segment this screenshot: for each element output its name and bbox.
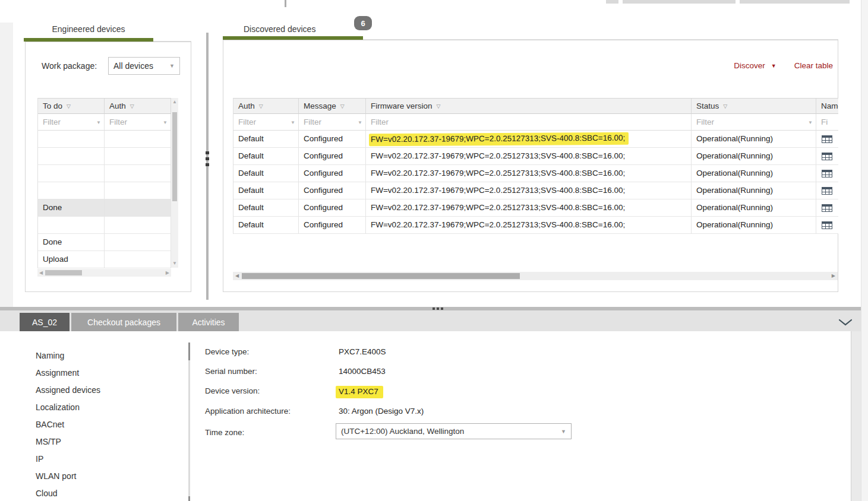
table-row[interactable]: Default Configured FW=v02.20.172.37-1967… xyxy=(233,148,838,165)
scroll-left-icon[interactable]: ◀ xyxy=(39,271,43,275)
column-header-message[interactable]: Message ▽ xyxy=(299,99,366,114)
filter-dropdown-icon[interactable]: ▼ xyxy=(96,120,101,125)
column-label: Status xyxy=(696,102,719,110)
tab-engineered-devices[interactable]: Engineered devices xyxy=(24,24,153,34)
filter-cell-message: ▼ xyxy=(299,114,366,131)
cell-auth xyxy=(105,217,171,234)
table-row[interactable]: Done xyxy=(38,234,171,251)
application-architecture-label: Application architecture: xyxy=(205,407,291,416)
table-row[interactable] xyxy=(38,217,171,234)
filter-input-auth[interactable] xyxy=(233,114,298,130)
table-row[interactable]: Default Configured FW=v02.20.172.37-1967… xyxy=(233,131,838,148)
nav-item-assigned-devices[interactable]: Assigned devices xyxy=(36,381,154,398)
cell-message: Configured xyxy=(299,182,366,199)
work-package-select[interactable]: All devices ▼ xyxy=(108,57,180,75)
column-header-firmware[interactable]: Firmware version ▽ xyxy=(366,99,692,114)
table-row-selected[interactable]: Done xyxy=(38,199,171,217)
sort-icon: ▽ xyxy=(723,103,727,109)
scrollbar-thumb[interactable] xyxy=(242,273,520,279)
app-window: Engineered devices Work package: All dev… xyxy=(0,0,868,501)
device-grid-icon[interactable] xyxy=(822,221,832,229)
scroll-down-icon[interactable]: ▼ xyxy=(172,261,177,266)
scrollbar-thumb[interactable] xyxy=(188,343,190,360)
table-row[interactable] xyxy=(38,165,171,182)
cell-firmware: FW=v02.20.172.37-19679;WPC=2.0.25127313;… xyxy=(366,217,692,234)
scrollbar-end xyxy=(188,496,190,501)
nav-item-ip[interactable]: IP xyxy=(36,450,154,467)
filter-input-auth[interactable] xyxy=(105,114,171,130)
cell-auth xyxy=(105,131,171,148)
scroll-right-icon[interactable]: ▶ xyxy=(166,271,169,275)
scroll-up-icon[interactable]: ▲ xyxy=(172,100,177,104)
device-grid-icon[interactable] xyxy=(822,153,832,160)
bottom-tab-bar: AS_02 Checkout packages Activities xyxy=(0,310,861,331)
column-header-auth[interactable]: Auth ▽ xyxy=(105,99,171,114)
table-row[interactable] xyxy=(38,148,171,165)
nav-item-mstp[interactable]: MS/TP xyxy=(36,433,154,450)
filter-dropdown-icon[interactable]: ▼ xyxy=(358,120,362,125)
vertical-scrollbar[interactable]: ▲ ▼ xyxy=(171,98,178,268)
horizontal-scrollbar[interactable]: ◀ ▶ xyxy=(37,269,171,277)
collapse-chevron-down-icon[interactable] xyxy=(838,318,853,326)
tab-activities[interactable]: Activities xyxy=(178,313,239,331)
column-header-auth[interactable]: Auth ▽ xyxy=(233,99,299,114)
discover-button[interactable]: Discover xyxy=(734,61,765,70)
filter-cell-auth: ▼ xyxy=(105,114,171,131)
clear-table-button[interactable]: Clear table xyxy=(794,61,833,70)
horizontal-scrollbar[interactable]: ◀ ▶ xyxy=(233,272,838,280)
nav-item-cloud[interactable]: Cloud xyxy=(36,484,154,501)
filter-input-status[interactable] xyxy=(692,114,816,130)
cell-auth: Default xyxy=(233,217,299,234)
device-grid-icon[interactable] xyxy=(822,170,832,177)
table-row[interactable]: Default Configured FW=v02.20.172.37-1967… xyxy=(233,182,838,199)
splitter-grip-dot xyxy=(206,163,209,166)
cell-message: Configured xyxy=(299,199,366,217)
table-row[interactable]: Default Configured FW=v02.20.172.37-1967… xyxy=(233,165,838,182)
tab-discovered-devices[interactable]: Discovered devices xyxy=(244,24,315,34)
filter-dropdown-icon[interactable]: ▼ xyxy=(808,120,813,125)
window-scrollbar[interactable] xyxy=(861,0,868,501)
table-row[interactable] xyxy=(38,131,171,148)
cell-message: Configured xyxy=(299,131,366,148)
scrollbar-thumb[interactable] xyxy=(172,112,177,201)
filter-cell-status: ▼ xyxy=(692,114,816,131)
nav-item-assignment[interactable]: Assignment xyxy=(36,364,154,381)
table-row[interactable]: Default Configured FW=v02.20.172.37-1967… xyxy=(233,199,838,217)
cell-todo xyxy=(38,148,105,165)
device-grid-icon[interactable] xyxy=(822,187,832,195)
scrollbar-thumb[interactable] xyxy=(45,270,82,275)
discover-dropdown-icon[interactable]: ▼ xyxy=(771,63,777,69)
filter-input-todo[interactable] xyxy=(38,114,104,130)
filter-dropdown-icon[interactable]: ▼ xyxy=(163,120,168,125)
nav-scrollbar[interactable] xyxy=(188,343,190,501)
table-row[interactable]: Upload xyxy=(38,251,171,268)
cell-auth xyxy=(105,234,171,251)
device-grid-icon[interactable] xyxy=(822,135,832,143)
scroll-right-icon[interactable]: ▶ xyxy=(832,274,835,278)
cell-todo xyxy=(38,165,105,182)
device-grid-icon[interactable] xyxy=(822,204,832,212)
filter-input-name[interactable] xyxy=(816,114,838,130)
column-header-todo[interactable]: To do ▽ xyxy=(38,99,105,114)
filter-dropdown-icon[interactable]: ▼ xyxy=(291,120,295,125)
panel-splitter-vertical[interactable] xyxy=(206,33,209,300)
filter-input-firmware[interactable] xyxy=(366,114,691,130)
tab-as-02[interactable]: AS_02 xyxy=(20,313,70,331)
column-label: Firmware version xyxy=(371,102,433,110)
tab-checkout-packages[interactable]: Checkout packages xyxy=(71,313,176,331)
table-row[interactable] xyxy=(38,182,171,199)
scroll-left-icon[interactable]: ◀ xyxy=(235,274,239,278)
nav-item-localization[interactable]: Localization xyxy=(36,398,154,416)
nav-item-wlan-port[interactable]: WLAN port xyxy=(36,467,154,484)
application-architecture-value: 30: Argon (Desigo V7.x) xyxy=(339,407,424,416)
splitter-grip-dot xyxy=(206,151,209,154)
column-header-status[interactable]: Status ▽ xyxy=(692,99,816,114)
nav-item-naming[interactable]: Naming xyxy=(36,347,154,364)
sort-icon: ▽ xyxy=(130,103,134,109)
time-zone-select[interactable]: (UTC+12:00) Auckland, Wellington ▼ xyxy=(336,423,572,439)
filter-input-message[interactable] xyxy=(299,114,365,130)
column-label: Message xyxy=(304,102,336,110)
table-row[interactable]: Default Configured FW=v02.20.172.37-1967… xyxy=(233,217,838,234)
column-header-name[interactable]: Name xyxy=(816,99,838,114)
nav-item-bacnet[interactable]: BACnet xyxy=(36,416,154,433)
